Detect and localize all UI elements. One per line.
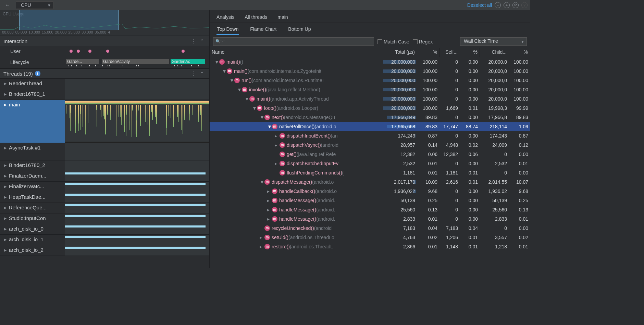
col-self[interactable]: Self... xyxy=(439,48,460,57)
calltree-row[interactable]: ▼mmain() (android.app.ActivityThread20,0… xyxy=(210,94,530,103)
lifecycle-bar[interactable]: GardenAc xyxy=(171,59,205,64)
thread-row[interactable]: ▸FinalizerWatc... xyxy=(0,182,209,192)
expand-toggle-icon[interactable]: ▸ xyxy=(267,198,272,203)
expand-toggle-icon[interactable]: ▸ xyxy=(267,216,272,222)
col-total[interactable]: Total (µs) xyxy=(381,48,417,57)
thread-timeline[interactable] xyxy=(65,192,209,203)
thread-row[interactable]: ▸main xyxy=(0,100,209,143)
expand-toggle-icon[interactable]: ▼ xyxy=(245,96,249,102)
calltree-row[interactable]: ▼mrun() (com.android.internal.os.Runtime… xyxy=(210,76,530,85)
col-selfpct[interactable]: % xyxy=(460,48,480,57)
thread-timeline[interactable] xyxy=(65,182,209,192)
profiler-type-dropdown[interactable]: CPU xyxy=(16,1,53,9)
thread-row[interactable]: ▸arch_disk_io_2 xyxy=(0,245,209,256)
expand-toggle-icon[interactable]: ▼ xyxy=(214,59,219,65)
calltree-row[interactable]: mrecycleUnchecked() (android7,1830.047,1… xyxy=(210,223,530,233)
expand-toggle-icon[interactable]: ▼ xyxy=(252,105,257,111)
expand-toggle-icon[interactable]: ▼ xyxy=(237,87,242,92)
calltree-row[interactable]: mget() (java.lang.ref.Refe12,3820.0612,3… xyxy=(210,150,530,159)
user-event-dot[interactable] xyxy=(70,50,73,53)
thread-row[interactable]: ▸FinalizerDaem... xyxy=(0,171,209,182)
expand-toggle-icon[interactable]: ▼ xyxy=(260,115,264,120)
expand-toggle-icon[interactable]: ▼ xyxy=(222,68,227,74)
calltree-row[interactable]: ▸mdispatchInputEvent() (an174,2430.8700.… xyxy=(210,131,530,140)
user-event-dot[interactable] xyxy=(77,50,80,53)
calltree-row[interactable]: mflushPendingCommands() (1,1810.011,1810… xyxy=(210,168,530,177)
expand-toggle-icon[interactable]: ▸ xyxy=(260,244,264,249)
zoom-fit-icon[interactable]: ⟳ xyxy=(512,2,519,8)
user-event-dot[interactable] xyxy=(182,50,185,53)
user-event-dot[interactable] xyxy=(88,50,91,53)
thread-row[interactable]: ▸Binder:16780_2 xyxy=(0,160,209,171)
calltree-row[interactable]: ▸msetUid() (android.os.ThreadLo4,7630.02… xyxy=(210,233,530,242)
lifecycle-bar[interactable]: GardenActivity xyxy=(102,59,169,64)
threads-more-icon[interactable]: ⋮ xyxy=(188,70,199,77)
expand-toggle-icon[interactable]: ▸ xyxy=(267,188,272,194)
zoom-in-icon[interactable]: + xyxy=(504,2,510,8)
calltree-row[interactable]: ▼mnativePollOnce() (android.o17,965,6688… xyxy=(210,122,530,131)
calltree-row[interactable]: ▼mloop() (android.os.Looper)20,000,00010… xyxy=(210,103,530,113)
tab-all-threads[interactable]: All threads xyxy=(245,13,267,23)
thread-timeline[interactable] xyxy=(65,245,209,256)
thread-timeline[interactable] xyxy=(65,143,209,160)
expand-toggle-icon[interactable]: ▸ xyxy=(275,161,280,166)
thread-name[interactable]: ▸FinalizerWatc... xyxy=(0,182,65,192)
match-case-checkbox[interactable]: Match Case xyxy=(377,39,409,44)
thread-name[interactable]: ▸HeapTaskDae... xyxy=(0,192,65,203)
deselect-all-link[interactable]: Deselect all xyxy=(465,2,495,8)
tab-analysis[interactable]: Analysis xyxy=(216,13,234,23)
calltree-row[interactable]: ▸mdispatchVsync() (android28,9570.144,94… xyxy=(210,140,530,150)
calltree-row[interactable]: ▼mmain() (com.android.internal.os.Zygote… xyxy=(210,66,530,76)
thread-timeline[interactable] xyxy=(65,213,209,224)
thread-row[interactable]: ▸arch_disk_io_0 xyxy=(0,224,209,235)
interaction-more-icon[interactable]: ⋮ xyxy=(188,38,199,44)
calltree-row[interactable]: ▼minvoke() (java.lang.reflect.Method)20,… xyxy=(210,85,530,94)
col-childpct[interactable]: % xyxy=(509,48,530,57)
cpu-usage-overview[interactable]: CPU Usage 00.00005.00010.00015.00020.000… xyxy=(0,10,209,36)
thread-name[interactable]: ▸Binder:16780_1 xyxy=(0,89,65,100)
thread-row[interactable]: ▸ReferenceQue... xyxy=(0,203,209,213)
calltree-row[interactable]: ▸mhandleMessage() (android.25,5600.1300.… xyxy=(210,205,530,214)
lifecycle-bar[interactable]: Garde... xyxy=(66,59,99,64)
expand-toggle-icon[interactable]: ▸ xyxy=(260,235,264,240)
thread-timeline[interactable] xyxy=(65,171,209,181)
expand-toggle-icon[interactable]: ▼ xyxy=(230,78,234,83)
settings-icon[interactable]: ? xyxy=(521,2,528,8)
zoom-out-icon[interactable]: − xyxy=(495,2,501,8)
thread-row[interactable]: ▸HeapTaskDae... xyxy=(0,192,209,203)
calltree-row[interactable]: ▸mrestore() (android.os.ThreadL2,3660.01… xyxy=(210,242,530,251)
thread-timeline[interactable] xyxy=(65,79,209,89)
thread-name[interactable]: ▸arch_disk_io_0 xyxy=(0,224,65,234)
subtab-bottom-up[interactable]: Bottom Up xyxy=(287,25,311,35)
thread-row[interactable]: ▸Studio:InputCon xyxy=(0,213,209,224)
thread-name[interactable]: ▸FinalizerDaem... xyxy=(0,171,65,181)
thread-row[interactable]: ▸RenderThread xyxy=(0,79,209,89)
thread-name[interactable]: ▸arch_disk_io_1 xyxy=(0,235,65,245)
calltree-row[interactable]: ▸mdispatchBatchedInputEv 2,5320.0100.002… xyxy=(210,159,530,168)
thread-timeline[interactable] xyxy=(65,89,209,100)
expand-toggle-icon[interactable]: ▼ xyxy=(267,124,272,129)
expand-toggle-icon[interactable]: ▸ xyxy=(267,207,272,212)
interaction-collapse-icon[interactable]: ⌃ xyxy=(199,38,206,44)
calltree-row[interactable]: ▼mdispatchMessage() (android.o2,017,1701… xyxy=(210,177,530,186)
col-child[interactable]: Child... xyxy=(480,48,509,57)
calltree-row[interactable]: ▸mhandleMessage() (android.50,1390.2500.… xyxy=(210,196,530,205)
thread-row[interactable]: ▸Binder:16780_1 xyxy=(0,89,209,100)
back-button[interactable]: ← xyxy=(3,2,12,8)
lifecycle-track[interactable]: Garde...GardenActivityGardenAc xyxy=(65,56,209,68)
expand-toggle-icon[interactable]: ▼ xyxy=(260,179,264,185)
col-totalpct[interactable]: % xyxy=(417,48,439,57)
thread-timeline[interactable] xyxy=(65,160,209,171)
expand-toggle-icon[interactable]: ▸ xyxy=(275,142,280,148)
thread-name[interactable]: ▸Binder:16780_2 xyxy=(0,160,65,171)
thread-row[interactable]: ▸AsyncTask #1 xyxy=(0,143,209,160)
threads-collapse-icon[interactable]: ⌃ xyxy=(199,71,206,76)
search-input[interactable]: 🔍﹀ xyxy=(213,37,374,46)
calltree-row[interactable]: ▼mnext() (android.os.MessageQu17,966,849… xyxy=(210,113,530,122)
tab-main[interactable]: main xyxy=(277,13,288,23)
calltree-row[interactable]: ▸mhandleMessage() (android.2,8330.0100.0… xyxy=(210,214,530,223)
user-event-dot[interactable] xyxy=(106,50,109,53)
expand-toggle-icon[interactable]: ▸ xyxy=(275,133,280,139)
subtab-top-down[interactable]: Top Down xyxy=(216,25,239,35)
thread-timeline[interactable] xyxy=(65,235,209,245)
